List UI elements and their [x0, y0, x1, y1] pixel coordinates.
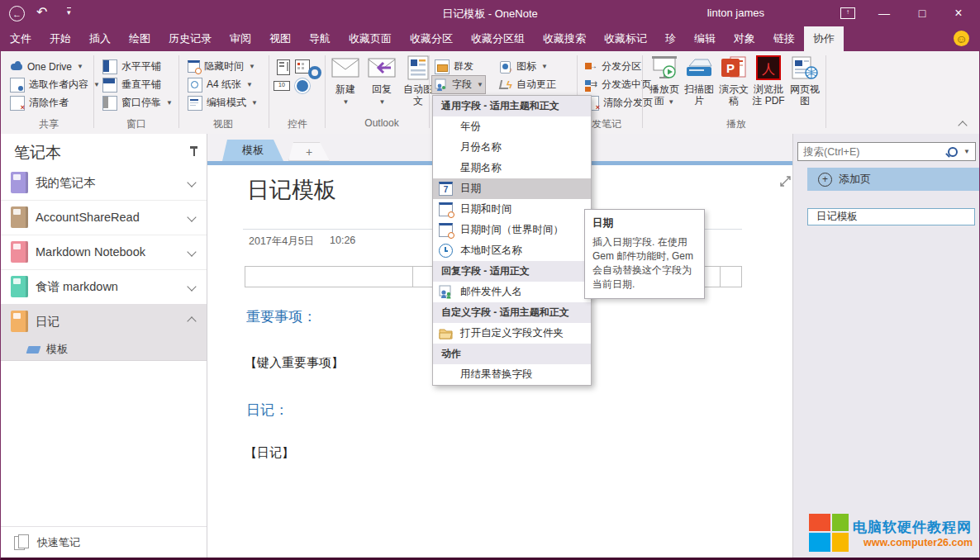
- dock-window-icon: [102, 96, 117, 111]
- page-time[interactable]: 10:26: [330, 235, 355, 246]
- tab-link[interactable]: 链接: [764, 26, 804, 51]
- reply-mail-button[interactable]: 回复▼: [364, 55, 399, 108]
- pick-author-content-button[interactable]: 选取作者内容▼: [7, 76, 102, 93]
- tab-history[interactable]: 历史记录: [159, 26, 221, 51]
- play-page-button[interactable]: 播放页面 ▼: [647, 55, 682, 108]
- search-box[interactable]: ▼: [797, 142, 976, 161]
- pin-icon[interactable]: [189, 145, 199, 157]
- smiley-feedback-icon[interactable]: ☺: [954, 31, 969, 46]
- ribbon-display-options-icon[interactable]: ↑: [834, 0, 862, 26]
- notebook-item[interactable]: 我的笔记本: [1, 165, 207, 201]
- collapse-ribbon-icon[interactable]: [958, 121, 967, 130]
- clear-author-button[interactable]: × 清除作者: [7, 94, 71, 112]
- maximize-button[interactable]: □: [908, 0, 936, 26]
- tab-treasure[interactable]: 珍: [656, 26, 685, 51]
- menu-item-year[interactable]: 年份: [433, 116, 591, 137]
- minimize-button[interactable]: —: [870, 0, 898, 26]
- menu-item-mail-sender-name[interactable]: 邮件发件人名: [433, 282, 591, 302]
- tab-favorite-pages[interactable]: 收藏页面: [340, 26, 401, 51]
- tab-view[interactable]: 视图: [260, 26, 300, 51]
- auto-graphic-text-button[interactable]: 自动图文: [401, 55, 435, 107]
- number-slider-control-icon[interactable]: 10: [274, 81, 290, 91]
- menu-item-local-timezone[interactable]: 本地时区名称: [433, 240, 591, 261]
- chevron-down-icon[interactable]: [187, 247, 196, 256]
- tab-favorite-search[interactable]: 收藏搜索: [534, 26, 595, 51]
- tab-draw[interactable]: 绘图: [120, 26, 159, 51]
- tile-horizontal-button[interactable]: 水平平铺: [100, 58, 164, 75]
- mass-send-button[interactable]: 群发: [432, 58, 476, 75]
- onedrive-cloud-icon: [10, 60, 23, 74]
- web-view-button[interactable]: 网页视图: [787, 55, 822, 107]
- notebook-item-selected[interactable]: 日记: [1, 304, 207, 339]
- hide-time-button[interactable]: 隐藏时间▼: [185, 58, 258, 75]
- tab-object[interactable]: 对象: [725, 26, 764, 51]
- a4-paper-button[interactable]: A4 纸张▼: [185, 76, 255, 93]
- form-control-icon[interactable]: [277, 59, 290, 75]
- chevron-down-icon[interactable]: [187, 178, 196, 187]
- icon-picker-icon: ♪: [499, 60, 512, 74]
- diary-heading[interactable]: 日记：: [246, 401, 288, 420]
- tab-insert[interactable]: 插入: [80, 26, 120, 51]
- menu-item-datetime-world[interactable]: 日期时间（世界时间）: [433, 220, 591, 240]
- calendar-icon: 7: [439, 182, 453, 196]
- important-placeholder[interactable]: 【键入重要事项】: [245, 355, 344, 371]
- tooltip-body: 插入日期字段. 在使用 Gem 邮件功能时, Gem 会自动替换这个字段为当前日…: [592, 235, 697, 292]
- tab-file[interactable]: 文件: [1, 26, 40, 51]
- chevron-down-icon[interactable]: [187, 282, 196, 291]
- search-icon[interactable]: [948, 147, 958, 157]
- calendar-clock-icon: [439, 223, 453, 237]
- tab-cooperation[interactable]: 协作: [804, 26, 844, 51]
- section-tab-template[interactable]: 模板: [222, 140, 283, 161]
- notebook-item[interactable]: Markdown Notebook: [1, 235, 207, 270]
- fullpage-view-icon[interactable]: [779, 175, 792, 191]
- signed-in-user[interactable]: linton james: [707, 7, 764, 19]
- notebook-item[interactable]: AccountShareRead: [1, 200, 207, 235]
- presentation-button[interactable]: P 演示文稿: [716, 55, 751, 107]
- tab-favorite-tags[interactable]: 收藏标记: [595, 26, 656, 51]
- tab-edit[interactable]: 编辑: [685, 26, 725, 51]
- edit-mode-button[interactable]: 编辑模式▼: [185, 94, 260, 112]
- field-button[interactable]: 字段▼: [431, 75, 486, 94]
- menu-item-replace-field-with-result[interactable]: 用结果替换字段: [433, 364, 591, 385]
- tile-vertical-button[interactable]: 垂直平铺: [100, 76, 164, 93]
- tab-favorite-section-groups[interactable]: 收藏分区组: [462, 26, 534, 51]
- search-input[interactable]: [798, 146, 948, 158]
- distribute-section-button[interactable]: → 分发分区: [582, 58, 644, 75]
- menu-item-month-name[interactable]: 月份名称: [433, 137, 591, 158]
- new-mail-button[interactable]: 新建▼: [328, 55, 363, 108]
- chevron-up-icon[interactable]: [187, 316, 196, 325]
- field-icon: [435, 78, 448, 92]
- clear-distribute-pages-button[interactable]: × 清除分发页: [582, 94, 655, 112]
- quick-notes-row[interactable]: 快速笔记: [1, 526, 207, 558]
- tab-review[interactable]: 审阅: [221, 26, 260, 51]
- page-list-item-selected[interactable]: 日记模板: [807, 208, 975, 225]
- chevron-down-icon[interactable]: [187, 212, 196, 221]
- review-annotate-pdf-button[interactable]: 人 浏览批注 PDF: [751, 55, 786, 107]
- important-heading[interactable]: 重要事项：: [246, 307, 316, 326]
- onedrive-button[interactable]: One Drive▼: [7, 58, 86, 75]
- section-item[interactable]: 模板: [1, 339, 207, 360]
- radio-dot-control-icon[interactable]: [295, 78, 310, 93]
- search-scope-arrow-icon[interactable]: ▼: [963, 148, 970, 155]
- scan-picture-button[interactable]: 扫描图片: [682, 55, 716, 107]
- tab-home[interactable]: 开始: [40, 26, 80, 51]
- add-page-bar[interactable]: + 添加页: [807, 168, 980, 191]
- tab-favorite-sections[interactable]: 收藏分区: [401, 26, 462, 51]
- dropdown-arrow-icon: ▼: [166, 99, 173, 107]
- menu-item-date-and-time[interactable]: 日期和时间: [433, 199, 591, 220]
- radio-ring-control-icon[interactable]: [308, 66, 321, 79]
- icon-button[interactable]: ♪ 图标▼: [497, 58, 550, 75]
- autocorrect-button[interactable]: ϟ 自动更正: [497, 76, 559, 93]
- notebook-item[interactable]: 食谱 markdown: [1, 269, 207, 305]
- tab-navigation[interactable]: 导航: [300, 26, 340, 51]
- menu-item-weekday-name[interactable]: 星期名称: [433, 158, 591, 178]
- menu-item-open-custom-field-folder[interactable]: 打开自定义字段文件夹: [433, 323, 591, 344]
- menu-item-date[interactable]: 7日期: [433, 178, 591, 199]
- page-title[interactable]: 日记模板: [247, 175, 336, 205]
- diary-placeholder[interactable]: 【日记】: [245, 445, 294, 461]
- close-button[interactable]: ×: [944, 0, 973, 26]
- powerpoint-icon: P: [716, 55, 751, 81]
- dropdown-arrow-icon: ▼: [668, 98, 674, 106]
- dock-window-button[interactable]: 窗口停靠▼: [100, 94, 175, 112]
- page-date[interactable]: 2017年4月5日: [249, 235, 314, 249]
